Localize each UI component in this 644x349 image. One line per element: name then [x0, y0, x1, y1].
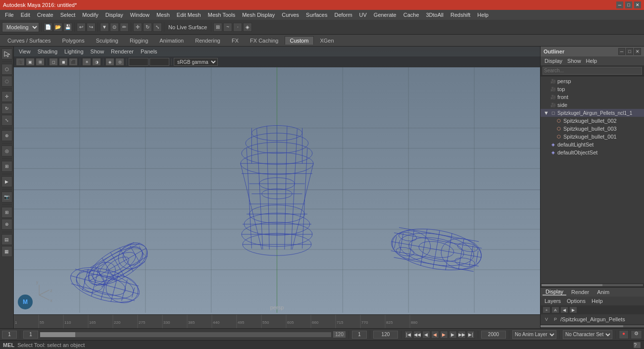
- list-item[interactable]: ▼ ◻ Spitzkugel_Airgun_Pellets_ncl1_1: [541, 109, 644, 117]
- next-key-btn[interactable]: ▶▶: [458, 331, 466, 339]
- menu-item-deform[interactable]: Deform: [331, 11, 355, 18]
- tab-fx[interactable]: FX: [226, 36, 244, 45]
- tab-curves-surfaces[interactable]: Curves / Surfaces: [2, 36, 56, 45]
- vp-menu-show[interactable]: Show: [88, 49, 107, 54]
- camera-btn[interactable]: 📷: [1, 192, 12, 202]
- tab-sculpting[interactable]: Sculpting: [91, 36, 124, 45]
- viewport[interactable]: ViewShadingLightingShowRendererPanels 🎥 …: [14, 47, 540, 314]
- outliner-help-menu[interactable]: Help: [584, 58, 599, 64]
- menu-item-mesh[interactable]: Mesh: [153, 11, 173, 18]
- vp-light-btn[interactable]: ☀: [82, 58, 91, 66]
- paint-select-btn[interactable]: ⬡: [1, 64, 12, 75]
- layer-add-btn[interactable]: +: [543, 306, 550, 313]
- list-item[interactable]: ⬡ Spitzkugel_bullet_003: [541, 125, 644, 133]
- vp-menu-lighting[interactable]: Lighting: [61, 49, 87, 54]
- tab-animation[interactable]: Animation: [154, 36, 189, 45]
- menu-item-redshift[interactable]: Redshift: [447, 11, 473, 18]
- timeline-range-bar[interactable]: [40, 332, 331, 337]
- soft-mod-btn[interactable]: ◎: [1, 146, 12, 156]
- close-button[interactable]: ✕: [634, 1, 641, 8]
- auto-key-btn[interactable]: ●: [619, 330, 629, 339]
- minimize-button[interactable]: ─: [616, 1, 623, 8]
- menu-item-help[interactable]: Help: [474, 11, 492, 18]
- vp-xray-btn[interactable]: ◈: [105, 58, 114, 66]
- tab-xgen[interactable]: XGen: [314, 36, 339, 45]
- lasso-icon[interactable]: ⊙: [110, 23, 119, 32]
- channel-box-scrollbar[interactable]: [541, 324, 644, 328]
- snap-curve-icon[interactable]: ~: [223, 23, 232, 32]
- current-frame-input[interactable]: [2, 331, 17, 339]
- tab-custom[interactable]: Custom: [285, 36, 314, 45]
- vp-texture-btn[interactable]: ⬛: [69, 58, 78, 66]
- list-item[interactable]: ⬡ Spitzkugel_bullet_002: [541, 117, 644, 125]
- menu-item-file[interactable]: File: [2, 11, 17, 18]
- anim-layer-dropdown[interactable]: No Anim Layer: [512, 330, 556, 339]
- prev-key-btn[interactable]: ◀◀: [413, 331, 421, 339]
- open-icon[interactable]: 📂: [53, 23, 62, 32]
- layers-menu[interactable]: Layers: [543, 298, 563, 304]
- outliner-display-menu[interactable]: Display: [543, 58, 564, 64]
- redo-icon[interactable]: ↪: [87, 23, 96, 32]
- outliner-minimize-btn[interactable]: ─: [618, 48, 625, 55]
- play-back-btn[interactable]: ◀: [431, 331, 439, 339]
- menu-item-3dtoall[interactable]: 3DtoAll: [423, 11, 446, 18]
- tab-display[interactable]: Display: [543, 289, 566, 296]
- tab-polygons[interactable]: Polygons: [56, 36, 90, 45]
- set-range-btn[interactable]: ▤: [1, 234, 12, 245]
- range-start-field[interactable]: [352, 331, 367, 339]
- frame-start-input[interactable]: [23, 331, 38, 339]
- vp-camera-icon[interactable]: 🎥: [16, 58, 25, 66]
- menu-item-surfaces[interactable]: Surfaces: [303, 11, 330, 18]
- tree-expand-group-icon[interactable]: ▼: [544, 110, 548, 116]
- go-end-btn[interactable]: ▶|: [467, 331, 475, 339]
- maximize-button[interactable]: □: [625, 1, 632, 8]
- vp-menu-view[interactable]: View: [16, 49, 34, 54]
- grid-btn[interactable]: ⊞: [1, 207, 12, 218]
- list-item[interactable]: 🎥 side: [541, 101, 644, 109]
- outliner-search-input[interactable]: [543, 67, 642, 75]
- prev-frame-btn[interactable]: ◀: [422, 331, 430, 339]
- vp-menu-panels[interactable]: Panels: [138, 49, 160, 54]
- save-icon[interactable]: 💾: [63, 23, 72, 32]
- move-icon[interactable]: ✛: [133, 23, 142, 32]
- layer-anim-btn[interactable]: A: [551, 306, 559, 313]
- menu-item-create[interactable]: Create: [34, 11, 56, 18]
- anim-end-input[interactable]: [481, 331, 506, 339]
- vp-menu-renderer[interactable]: Renderer: [108, 49, 137, 54]
- new-scene-icon[interactable]: 📄: [44, 23, 52, 32]
- list-item[interactable]: ⬡ Spitzkugel_bullet_001: [541, 133, 644, 141]
- color-space-select[interactable]: sRGB gamma: [174, 58, 218, 66]
- menu-item-select[interactable]: Select: [57, 11, 79, 18]
- paint-icon[interactable]: ✏: [120, 23, 129, 32]
- vp-wireframe-btn[interactable]: ◻: [49, 58, 58, 66]
- timeline[interactable]: 1 55 110 165 220 275 330: [14, 314, 540, 328]
- vp-shadow-btn[interactable]: ◑: [92, 58, 101, 66]
- tab-rigging[interactable]: Rigging: [124, 36, 153, 45]
- menu-item-curves[interactable]: Curves: [279, 11, 302, 18]
- list-item[interactable]: ◈ defaultLightSet: [541, 141, 644, 149]
- vp-shaded-btn[interactable]: ◼: [59, 58, 68, 66]
- char-set-dropdown[interactable]: No Character Set: [563, 330, 612, 339]
- vp-film-icon[interactable]: ▣: [26, 58, 35, 66]
- visibility-icon[interactable]: V: [543, 316, 550, 323]
- outliner-maximize-btn[interactable]: □: [626, 48, 633, 55]
- menu-item-edit-mesh[interactable]: Edit Mesh: [174, 11, 204, 18]
- rotate-icon[interactable]: ↻: [143, 23, 152, 32]
- undo-icon[interactable]: ↩: [77, 23, 86, 32]
- menu-item-mesh-display[interactable]: Mesh Display: [239, 11, 278, 18]
- vp-isolate-btn[interactable]: ⊙: [115, 58, 124, 66]
- snap-grid-icon[interactable]: ⊞: [213, 23, 222, 32]
- outliner-close-btn[interactable]: ✕: [634, 48, 641, 55]
- menu-item-generate[interactable]: Generate: [371, 11, 399, 18]
- lasso-select-btn[interactable]: ◌: [1, 76, 12, 87]
- menu-item-uv[interactable]: UV: [356, 11, 370, 18]
- scale-icon[interactable]: ⤡: [153, 23, 162, 32]
- outliner-show-menu[interactable]: Show: [565, 58, 583, 64]
- tab-render[interactable]: Render: [568, 289, 592, 295]
- universal-tool-btn[interactable]: ⊕: [1, 130, 12, 141]
- menu-item-mesh-tools[interactable]: Mesh Tools: [205, 11, 238, 18]
- move-tool-btn[interactable]: ✛: [1, 91, 12, 102]
- list-item[interactable]: ◈ defaultObjectSet: [541, 149, 644, 156]
- select-icon[interactable]: ▼: [100, 23, 109, 32]
- layer-prev-btn[interactable]: ◀: [560, 306, 568, 313]
